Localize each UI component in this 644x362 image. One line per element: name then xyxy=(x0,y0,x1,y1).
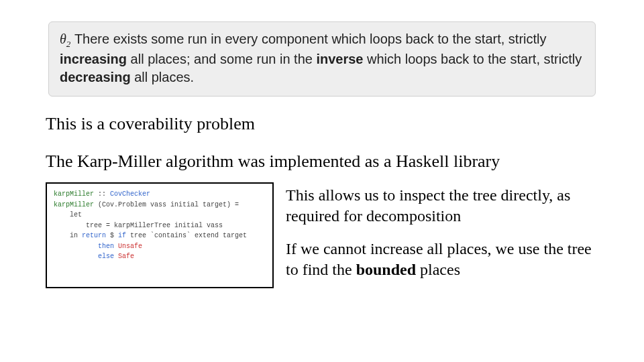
code-token: karpMiller xyxy=(54,190,94,198)
code-token xyxy=(54,243,98,250)
code-token xyxy=(54,253,98,260)
callout-inverse: inverse xyxy=(316,52,363,66)
code-token: if xyxy=(118,232,126,239)
paragraph-coverability: This is a coverability problem xyxy=(46,114,255,134)
callout-text-3: which loops back to the start, strictly xyxy=(364,52,582,66)
slide: θ2 There exists some run in every compon… xyxy=(0,0,644,362)
code-token: tree = karpMillerTree initial vass xyxy=(54,222,223,229)
code-token: (Cov.Problem vass initial target) = xyxy=(94,201,239,208)
callout-text-2: all places; and some run in the xyxy=(127,52,316,66)
code-token: else xyxy=(98,253,114,260)
theta2-callout: θ2 There exists some run in every compon… xyxy=(48,21,596,97)
para4-text-b: places xyxy=(416,261,460,278)
code-token: let xyxy=(54,211,82,219)
paragraph-karp-miller: The Karp-Miller algorithm was implemente… xyxy=(46,152,500,172)
code-token: CovChecker xyxy=(110,190,150,198)
code-token: karpMiller xyxy=(54,201,94,208)
code-token: tree `contains` extend target xyxy=(126,232,247,239)
code-token: Unsafe xyxy=(118,243,142,250)
code-token: then xyxy=(98,243,114,250)
callout-text-1: There exists some run in every component… xyxy=(70,32,546,46)
callout-decreasing: decreasing xyxy=(60,70,131,84)
code-token: $ xyxy=(106,232,118,239)
code-snippet: karpMiller :: CovChecker karpMiller (Cov… xyxy=(46,182,274,288)
callout-text-4: all places. xyxy=(131,70,195,84)
paragraph-inspect-tree: This allows us to inspect the tree direc… xyxy=(286,185,608,226)
theta-symbol: θ xyxy=(60,32,66,46)
paragraph-bounded-places: If we cannot increase all places, we use… xyxy=(286,239,608,280)
code-token: Safe xyxy=(118,253,134,260)
callout-increasing: increasing xyxy=(60,52,127,66)
code-token: return xyxy=(82,232,106,239)
code-token: in xyxy=(54,232,82,239)
para4-bold: bounded xyxy=(356,261,416,278)
code-token: :: xyxy=(94,190,110,198)
